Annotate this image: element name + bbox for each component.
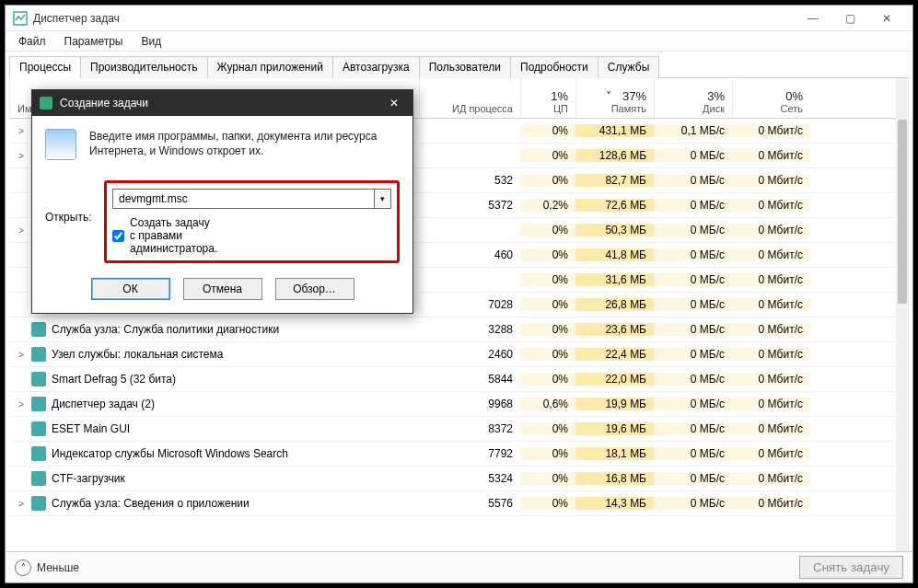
disk-cell: 0 МБ/с: [654, 497, 732, 510]
expand-icon[interactable]: >: [17, 151, 26, 161]
disk-cell: 0 МБ/с: [654, 422, 732, 435]
memory-cell: 22,0 МБ: [575, 373, 654, 386]
close-button[interactable]: ✕: [868, 7, 905, 29]
tab-startup[interactable]: Автозагрузка: [332, 56, 420, 78]
menu-params[interactable]: Параметры: [57, 33, 131, 50]
menu-view[interactable]: Вид: [134, 33, 168, 50]
cpu-cell: 0%: [520, 298, 575, 311]
cancel-button[interactable]: Отмена: [183, 278, 262, 300]
pid-cell: 532: [419, 174, 520, 187]
disk-cell: 0 МБ/с: [654, 447, 732, 460]
table-row[interactable]: >Узел службы: локальная система24600%22,…: [9, 342, 909, 367]
pid-cell: 2460: [419, 348, 520, 361]
col-cpu[interactable]: 1%ЦП: [520, 78, 575, 118]
network-cell: 0 Мбит/с: [732, 348, 810, 361]
tab-processes[interactable]: Процессы: [9, 56, 81, 78]
tab-services[interactable]: Службы: [598, 56, 659, 78]
disk-cell: 0 МБ/с: [654, 199, 732, 212]
expand-icon[interactable]: >: [17, 126, 26, 136]
process-name: Узел службы: локальная система: [52, 348, 223, 361]
process-icon: [31, 322, 46, 337]
end-task-button[interactable]: Снять задачу: [799, 556, 903, 579]
disk-cell: 0 МБ/с: [654, 298, 732, 311]
scrollbar[interactable]: [896, 78, 909, 551]
ok-button[interactable]: ОК: [91, 278, 170, 300]
run-icon: [40, 97, 52, 110]
menu-file[interactable]: Файл: [11, 33, 53, 50]
table-row[interactable]: Индексатор службы Microsoft Windows Sear…: [9, 442, 909, 467]
disk-cell: 0 МБ/с: [654, 472, 732, 485]
cpu-cell: 0%: [520, 273, 575, 286]
network-cell: 0 Мбит/с: [732, 398, 810, 410]
table-row[interactable]: >Диспетчер задач (2)99680,6%19,9 МБ0 МБ/…: [9, 392, 909, 417]
run-large-icon: [45, 129, 76, 160]
col-disk[interactable]: 3%Диск: [654, 78, 732, 118]
browse-button[interactable]: Обзор…: [275, 278, 354, 300]
process-icon: [31, 471, 46, 486]
pid-cell: 5844: [419, 373, 520, 386]
open-input[interactable]: [112, 189, 375, 209]
tab-users[interactable]: Пользователи: [419, 56, 511, 78]
col-pid[interactable]: ИД процесса: [419, 78, 520, 118]
memory-cell: 26,8 МБ: [575, 298, 654, 311]
minimize-button[interactable]: —: [795, 7, 831, 29]
tab-apphistory[interactable]: Журнал приложений: [207, 56, 333, 78]
cpu-cell: 0%: [520, 248, 575, 261]
maximize-button[interactable]: ▢: [831, 7, 868, 29]
dialog-description: Введите имя программы, папки, документа …: [89, 129, 400, 160]
process-name: Служба узла: Служба политики диагностики: [52, 323, 279, 336]
disk-cell: 0 МБ/с: [654, 323, 732, 336]
network-cell: 0 Мбит/с: [732, 224, 810, 236]
disk-cell: 0,1 МБ/с: [654, 124, 732, 137]
admin-checkbox[interactable]: [112, 230, 124, 242]
col-network[interactable]: 0%Сеть: [732, 78, 810, 118]
network-cell: 0 Мбит/с: [732, 447, 810, 460]
memory-cell: 16,8 МБ: [575, 472, 654, 485]
network-cell: 0 Мбит/с: [732, 472, 810, 485]
titlebar[interactable]: Диспетчер задач — ▢ ✕: [6, 6, 912, 31]
disk-cell: 0 МБ/с: [654, 398, 732, 410]
table-row[interactable]: >Служба узла: Сведения о приложении55760…: [9, 491, 909, 516]
cpu-cell: 0%: [520, 472, 575, 485]
table-row[interactable]: CTF-загрузчик53240%16,8 МБ0 МБ/с0 Мбит/с: [9, 467, 909, 491]
disk-cell: 0 МБ/с: [654, 149, 732, 162]
network-cell: 0 Мбит/с: [732, 422, 810, 435]
memory-cell: 128,6 МБ: [575, 149, 654, 162]
process-icon: [31, 347, 46, 362]
memory-cell: 82,7 МБ: [575, 174, 654, 187]
dialog-titlebar[interactable]: Создание задачи ✕: [32, 90, 413, 116]
window-title: Диспетчер задач: [33, 12, 795, 25]
memory-cell: 19,6 МБ: [575, 422, 654, 435]
expand-icon[interactable]: >: [17, 499, 26, 509]
expand-icon[interactable]: >: [17, 399, 26, 409]
table-row[interactable]: Служба узла: Служба политики диагностики…: [9, 317, 909, 342]
chevron-up-icon: ˄: [15, 559, 31, 576]
expand-icon[interactable]: >: [17, 225, 26, 236]
col-memory[interactable]: ˅ 37%Память: [575, 78, 654, 118]
cpu-cell: 0%: [520, 447, 575, 460]
scrollbar-thumb[interactable]: [898, 120, 907, 304]
cpu-cell: 0%: [520, 497, 575, 510]
less-details-button[interactable]: ˄ Меньше: [15, 559, 79, 576]
pid-cell: 5576: [419, 497, 520, 510]
network-cell: 0 Мбит/с: [732, 373, 810, 386]
task-manager-icon: [13, 11, 28, 26]
pid-cell: 8372: [419, 422, 520, 435]
open-label: Открыть:: [45, 211, 97, 224]
memory-cell: 431,1 МБ: [575, 124, 654, 137]
network-cell: 0 Мбит/с: [732, 323, 810, 336]
dialog-close-button[interactable]: ✕: [383, 97, 405, 110]
cpu-cell: 0%: [520, 174, 575, 187]
expand-icon[interactable]: >: [17, 350, 26, 360]
network-cell: 0 Мбит/с: [732, 248, 810, 261]
cpu-cell: 0%: [520, 224, 575, 236]
pid-cell: 5324: [419, 472, 520, 485]
open-dropdown-button[interactable]: ▾: [375, 189, 391, 209]
network-cell: 0 Мбит/с: [732, 273, 810, 286]
network-cell: 0 Мбит/с: [732, 298, 810, 311]
table-row[interactable]: Smart Defrag 5 (32 бита)58440%22,0 МБ0 М…: [9, 367, 909, 392]
tab-performance[interactable]: Производительность: [80, 56, 207, 78]
tab-details[interactable]: Подробности: [510, 56, 598, 78]
admin-checkbox-row[interactable]: Создать задачу с правами администратора.: [112, 216, 164, 255]
table-row[interactable]: ESET Main GUI83720%19,6 МБ0 МБ/с0 Мбит/с: [9, 417, 909, 442]
